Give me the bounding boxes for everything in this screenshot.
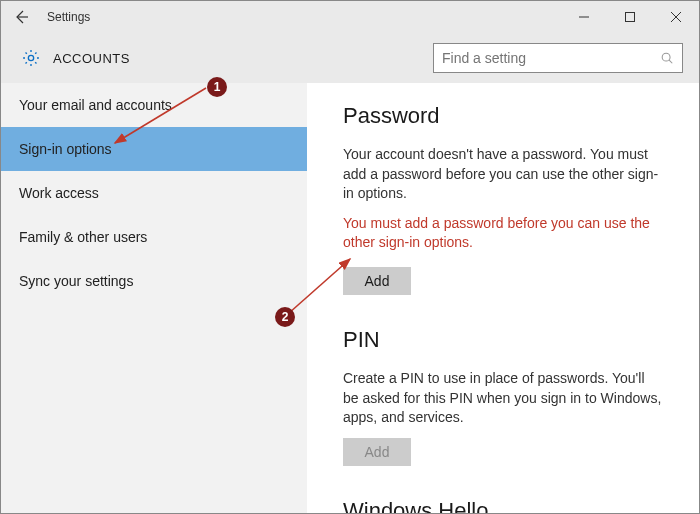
gear-icon [21, 48, 41, 68]
search-icon [660, 51, 674, 65]
sidebar-item-email-accounts[interactable]: Your email and accounts [1, 83, 307, 127]
sidebar-item-label: Sync your settings [19, 273, 133, 289]
sidebar-item-sync-settings[interactable]: Sync your settings [1, 259, 307, 303]
sidebar-item-work-access[interactable]: Work access [1, 171, 307, 215]
window-controls [561, 1, 699, 33]
sidebar: Your email and accounts Sign-in options … [1, 83, 307, 513]
content: Password Your account doesn't have a pas… [307, 83, 699, 513]
add-password-button[interactable]: Add [343, 267, 411, 295]
sidebar-item-family-users[interactable]: Family & other users [1, 215, 307, 259]
minimize-button[interactable] [561, 1, 607, 33]
sidebar-item-sign-in-options[interactable]: Sign-in options [1, 127, 307, 171]
pin-heading: PIN [343, 327, 663, 353]
add-pin-button: Add [343, 438, 411, 466]
main: Your email and accounts Sign-in options … [1, 83, 699, 513]
password-description: Your account doesn't have a password. Yo… [343, 145, 663, 204]
svg-rect-1 [626, 13, 635, 22]
sidebar-item-label: Sign-in options [19, 141, 112, 157]
sidebar-item-label: Family & other users [19, 229, 147, 245]
sidebar-item-label: Your email and accounts [19, 97, 172, 113]
password-heading: Password [343, 103, 663, 129]
titlebar: Settings [1, 1, 699, 33]
maximize-button[interactable] [607, 1, 653, 33]
search-box[interactable] [433, 43, 683, 73]
page-title: ACCOUNTS [53, 51, 130, 66]
sidebar-item-label: Work access [19, 185, 99, 201]
pin-description: Create a PIN to use in place of password… [343, 369, 663, 428]
header: ACCOUNTS [1, 33, 699, 83]
svg-line-6 [669, 60, 672, 63]
window-title: Settings [47, 10, 90, 24]
close-button[interactable] [653, 1, 699, 33]
search-input[interactable] [442, 50, 660, 66]
svg-point-4 [28, 55, 33, 60]
password-warning: You must add a password before you can u… [343, 214, 663, 253]
hello-heading: Windows Hello [343, 498, 663, 513]
svg-point-5 [662, 53, 670, 61]
back-button[interactable] [9, 5, 33, 29]
